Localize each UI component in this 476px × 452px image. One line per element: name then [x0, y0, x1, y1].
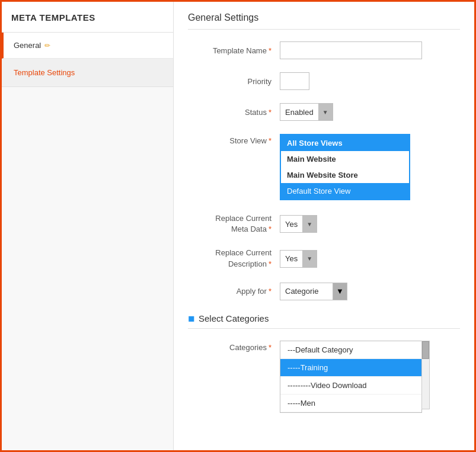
replace-meta-value: Yes	[280, 217, 302, 232]
store-view-select[interactable]: All Store Views Main Website Main Websit…	[280, 134, 410, 200]
form-row-apply-for: Apply for* Categorie ▼	[188, 283, 460, 300]
form-row-replace-meta: Replace CurrentMeta Data* Yes ▼	[188, 213, 460, 235]
store-option-main-website-store[interactable]: Main Website Store	[281, 167, 409, 183]
sidebar-item-label-template-settings: Template Settings	[14, 68, 75, 77]
required-star: *	[269, 46, 271, 55]
sidebar-header: META TEMPLATES	[2, 2, 173, 33]
categories-select[interactable]: ---Default Category -----Training ------…	[280, 341, 422, 413]
status-select[interactable]: Enabled ▼	[280, 103, 333, 121]
categories-divider	[188, 328, 460, 329]
cat-option-training[interactable]: -----Training	[280, 359, 421, 377]
categories-scrollbar[interactable]	[421, 341, 430, 409]
select-categories-title: Select Categories	[199, 313, 269, 323]
apply-for-select[interactable]: Categorie ▼	[280, 283, 347, 300]
store-option-main-website[interactable]: Main Website	[281, 151, 409, 167]
apply-for-arrow-icon[interactable]: ▼	[333, 283, 347, 300]
sidebar-nav: General ✏ Template Settings	[2, 33, 173, 87]
priority-input[interactable]	[280, 72, 309, 90]
categories-select-wrapper: ---Default Category -----Training ------…	[280, 341, 430, 413]
cat-option-default[interactable]: ---Default Category	[280, 341, 421, 359]
replace-desc-arrow-icon[interactable]: ▼	[302, 250, 317, 268]
replace-desc-label: Replace CurrentDescription*	[188, 248, 280, 269]
replace-meta-label: Replace CurrentMeta Data*	[188, 213, 280, 235]
apply-for-value: Categorie	[280, 283, 333, 300]
form-row-replace-desc: Replace CurrentDescription* Yes ▼	[188, 248, 460, 269]
section-marker-icon: ◼	[188, 313, 195, 323]
select-categories-header: ◼ Select Categories	[188, 313, 460, 323]
store-view-label: Store View*	[188, 134, 280, 145]
section-divider	[188, 29, 460, 30]
form-row-template-name: Template Name*	[188, 41, 460, 59]
form-row-store-view: Store View* All Store Views Main Website…	[188, 134, 460, 200]
store-option-default-store-view[interactable]: Default Store View	[281, 183, 409, 199]
status-label: Status*	[188, 108, 280, 117]
sidebar-item-template-settings[interactable]: Template Settings	[2, 59, 173, 87]
sidebar-header-title: META TEMPLATES	[11, 12, 95, 23]
replace-desc-select[interactable]: Yes ▼	[280, 250, 317, 268]
form-row-priority: Priority	[188, 72, 460, 90]
replace-desc-value: Yes	[280, 251, 302, 266]
form-row-categories: Categories* ---Default Category -----Tra…	[188, 341, 460, 413]
scrollbar-thumb[interactable]	[422, 341, 429, 359]
categories-label: Categories*	[188, 341, 280, 352]
apply-for-label: Apply for*	[188, 287, 280, 296]
general-settings-title: General Settings	[188, 12, 460, 23]
sidebar: META TEMPLATES General ✏ Template Settin…	[2, 2, 174, 450]
cat-option-men[interactable]: -----Men	[280, 395, 421, 412]
main-content: General Settings Template Name* Priority…	[174, 2, 474, 450]
cat-option-video-download[interactable]: ---------Video Download	[280, 377, 421, 395]
replace-meta-select[interactable]: Yes ▼	[280, 215, 317, 233]
template-name-input[interactable]	[280, 41, 422, 59]
store-option-all[interactable]: All Store Views	[281, 135, 409, 151]
select-categories-section: ◼ Select Categories	[188, 313, 460, 329]
edit-icon: ✏	[44, 41, 50, 50]
app-container: META TEMPLATES General ✏ Template Settin…	[0, 0, 476, 452]
sidebar-item-label-general: General	[14, 41, 41, 50]
status-value: Enabled	[280, 105, 318, 120]
priority-label: Priority	[188, 77, 280, 86]
status-arrow-icon[interactable]: ▼	[318, 103, 333, 121]
replace-meta-arrow-icon[interactable]: ▼	[302, 215, 317, 233]
form-row-status: Status* Enabled ▼	[188, 103, 460, 121]
template-name-label: Template Name*	[188, 46, 280, 55]
sidebar-item-general[interactable]: General ✏	[2, 33, 173, 59]
